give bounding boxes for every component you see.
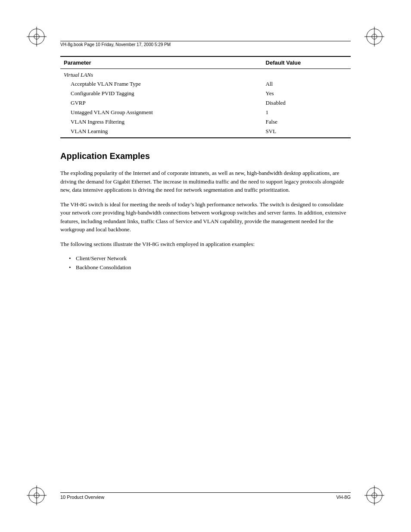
corner-mark-tl — [26, 26, 47, 47]
col2-header: Default Value — [262, 56, 351, 69]
table-cell-param: VLAN Ingress Filtering — [60, 117, 262, 127]
table-cell-param: GVRP — [60, 98, 262, 108]
page: VH-8g.book Page 10 Friday, November 17, … — [0, 0, 411, 532]
header-bar: VH-8g.book Page 10 Friday, November 17, … — [60, 41, 351, 47]
list-item: Client/Server Network — [69, 254, 351, 263]
footer-right: VH-8G — [336, 495, 351, 500]
section-heading: Application Examples — [60, 151, 351, 161]
table-cell-value: Disabled — [262, 98, 351, 108]
paragraph-1: The exploding popularity of the Internet… — [60, 169, 351, 194]
table-row: Configurable PVID TaggingYes — [60, 89, 351, 98]
list-item: Backbone Consolidation — [69, 263, 351, 272]
table-cell-value: False — [262, 117, 351, 127]
table-cell-value: 1 — [262, 108, 351, 117]
paragraph-2: The VH-8G switch is ideal for meeting th… — [60, 200, 351, 234]
table-category: Virtual LANs — [60, 69, 351, 80]
table-cell-param: Configurable PVID Tagging — [60, 89, 262, 98]
params-table: Parameter Default Value Virtual LANs Acc… — [60, 56, 351, 138]
table-row: GVRPDisabled — [60, 98, 351, 108]
table-row: Acceptable VLAN Frame TypeAll — [60, 79, 351, 89]
footer: 10 Product Overview VH-8G — [60, 492, 351, 500]
table-row: Untagged VLAN Group Assignment1 — [60, 108, 351, 117]
corner-mark-bl — [26, 485, 47, 506]
corner-mark-tr — [364, 26, 385, 47]
header-text: VH-8g.book Page 10 Friday, November 17, … — [60, 42, 171, 47]
table-cell-param: VLAN Learning — [60, 127, 262, 138]
main-content: Parameter Default Value Virtual LANs Acc… — [60, 56, 351, 489]
table-cell-value: All — [262, 79, 351, 89]
bullet-list: Client/Server NetworkBackbone Consolidat… — [69, 254, 351, 272]
table-row: VLAN Ingress FilteringFalse — [60, 117, 351, 127]
footer-left: 10 Product Overview — [60, 495, 104, 500]
table-category-row: Virtual LANs — [60, 69, 351, 80]
paragraph-3: The following sections illustrate the VH… — [60, 240, 351, 249]
table-cell-param: Acceptable VLAN Frame Type — [60, 79, 262, 89]
table-cell-value: Yes — [262, 89, 351, 98]
table-cell-value: SVL — [262, 127, 351, 138]
corner-mark-br — [364, 485, 385, 506]
table-row: VLAN LearningSVL — [60, 127, 351, 138]
col1-header: Parameter — [60, 56, 262, 69]
table-cell-param: Untagged VLAN Group Assignment — [60, 108, 262, 117]
